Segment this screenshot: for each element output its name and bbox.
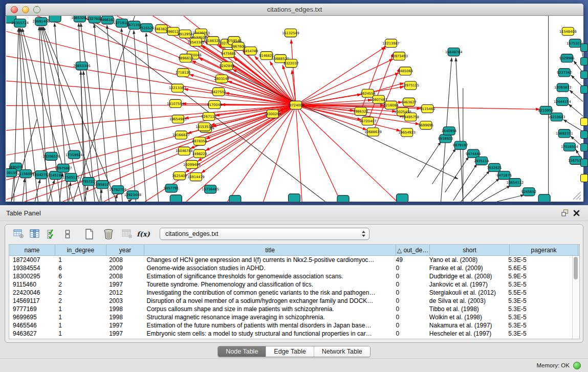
graph-node[interactable]: 7485063	[398, 67, 412, 75]
column-header[interactable]: year	[106, 245, 144, 255]
graph-node[interactable]: 16958107	[94, 181, 111, 189]
graph-node[interactable]	[397, 194, 408, 202]
graph-node[interactable]: 18543382	[187, 38, 205, 46]
graph-node[interactable]: 2718126	[176, 69, 190, 77]
graph-node[interactable]: 17016504	[561, 143, 578, 151]
graph-node[interactable]: 939159	[6, 168, 17, 177]
graph-node[interactable]: 20691406	[33, 17, 50, 26]
graph-node[interactable]: 9227342	[557, 69, 572, 77]
graph-node[interactable]: 6216064	[383, 101, 398, 109]
graph-node[interactable]	[170, 195, 182, 202]
memory-status-indicator[interactable]	[573, 362, 581, 369]
graph-node[interactable]: 16648784	[445, 48, 463, 56]
graph-node[interactable]: 16132549	[282, 29, 299, 37]
tab-network-table[interactable]: Network Table	[314, 346, 370, 357]
graph-node[interactable]: 18300295	[264, 110, 281, 118]
graph-node[interactable]: 9463627	[401, 98, 416, 106]
table-row[interactable]: 946554611997Estimation of the future num…	[9, 321, 573, 330]
graph-node[interactable]: 9857791	[164, 184, 179, 192]
graph-node[interactable]: 10973493	[390, 52, 408, 60]
graph-node[interactable]: 10807487	[370, 95, 387, 103]
graph-node[interactable]: 12213383	[169, 84, 186, 92]
graph-node[interactable]: 12042757	[33, 171, 50, 179]
table-row[interactable]: 1830029562008Estimation of significance …	[9, 272, 573, 280]
graph-node[interactable]: 9170044	[207, 100, 222, 108]
minimize-window-button[interactable]	[22, 6, 29, 13]
graph-node[interactable]: 6879197	[453, 141, 468, 149]
column-header[interactable]: name	[9, 245, 55, 255]
column-header[interactable]: short	[430, 245, 510, 255]
table-row[interactable]: 1938455462009Genome-wide association stu…	[9, 264, 573, 272]
graph-node[interactable]: 15716485	[202, 185, 219, 193]
graph-node[interactable]: 2935114	[474, 157, 489, 165]
table-row[interactable]: 946362711997Embryonic stem cells: a mode…	[9, 330, 573, 338]
graph-node[interactable]: 12444154	[554, 97, 571, 105]
graph-node[interactable]: 19166827	[172, 131, 190, 139]
tab-node-table[interactable]: Node Table	[218, 346, 266, 357]
graph-node[interactable]: 10975887	[55, 164, 72, 172]
graph-node[interactable]	[49, 16, 61, 22]
graph-node[interactable]: 17359924	[66, 150, 83, 159]
graph-node[interactable]: 10653287	[71, 16, 89, 22]
graph-node[interactable]: 9242845	[220, 62, 234, 70]
graph-node[interactable]: 9896613	[178, 54, 193, 62]
graph-node[interactable]: 1640954	[442, 127, 456, 135]
graph-node[interactable]: 8427552	[211, 87, 226, 96]
table-options-button[interactable]	[11, 227, 26, 240]
function-builder-button[interactable]: f(x)	[136, 227, 150, 240]
graph-node[interactable]: 11156889	[17, 169, 34, 178]
graph-node[interactable]: 12505135	[62, 173, 80, 182]
table-scrollbar-thumb[interactable]	[574, 257, 578, 279]
graph-node[interactable]: 8322037	[284, 59, 298, 68]
graph-node[interactable]	[229, 195, 241, 202]
graph-node[interactable]: 16046788	[176, 147, 193, 155]
graph-node[interactable]: 16720407	[359, 117, 377, 125]
graph-node[interactable]: 12923448	[124, 191, 141, 199]
graph-node[interactable]: 11548408	[559, 27, 577, 35]
close-window-button[interactable]	[11, 6, 18, 13]
graph-node[interactable]: 15692371	[556, 129, 573, 138]
graph-node[interactable]: 24355724	[11, 19, 29, 27]
column-chooser-button[interactable]	[28, 227, 42, 240]
graph-node[interactable]: 9267110	[201, 113, 216, 121]
graph-node[interactable]: 7515526	[139, 24, 154, 32]
graph-node[interactable]: 18107554	[167, 99, 184, 107]
graph-node[interactable]: 1498223	[192, 149, 207, 158]
column-header[interactable]: in_degree	[55, 245, 106, 255]
tab-edge-table[interactable]: Edge Table	[266, 346, 314, 357]
graph-node[interactable]: 9329966	[559, 54, 574, 62]
graph-node[interactable]: 8454749	[243, 47, 258, 55]
new-column-button[interactable]	[82, 227, 96, 240]
graph-node[interactable]: 12213987	[382, 39, 400, 47]
graph-node[interactable]: 8878354	[192, 137, 207, 145]
graph-node[interactable]: 19654985	[169, 115, 187, 123]
table-scrollbar[interactable]	[572, 256, 579, 339]
graph-node[interactable]: 8471876	[496, 171, 511, 180]
graph-node[interactable]: 16914479	[187, 173, 205, 181]
graph-node[interactable]: 18495758	[402, 113, 419, 121]
graph-node[interactable]: 19654923	[398, 128, 416, 137]
canvas-resize-handle[interactable]	[573, 192, 581, 200]
graph-node[interactable]: 20206576	[43, 152, 60, 160]
graph-node[interactable]: 20853346	[73, 62, 91, 70]
graph-node[interactable]: 12975115	[402, 81, 419, 90]
table-row[interactable]: 1872400712008Changes of HCN gene express…	[9, 256, 573, 264]
graph-node[interactable]: 7625402	[172, 172, 187, 180]
table-selector-dropdown[interactable]: citations_edges.txt	[160, 228, 369, 240]
zoom-window-button[interactable]	[33, 6, 40, 13]
graph-node[interactable]: 9115460	[420, 104, 435, 113]
table-row[interactable]: 977716911998Corpus callosum shape and si…	[9, 305, 573, 313]
graph-node[interactable]: 10654112	[506, 179, 524, 187]
graph-node[interactable]: 7632621	[487, 163, 502, 171]
graph-node[interactable]	[538, 194, 550, 202]
select-rows-button[interactable]	[44, 227, 58, 240]
network-window[interactable]: citations_edges.txt 24355724206914061065…	[5, 3, 584, 202]
graph-node-hub[interactable]: 18724007	[287, 101, 304, 109]
float-panel-icon[interactable]	[559, 208, 571, 218]
table-row[interactable]: 911546021997Tourette syndrome. Phenomeno…	[9, 280, 573, 289]
table-row[interactable]: 969969511998Structural magnetic resonanc…	[9, 313, 573, 321]
graph-node[interactable]	[288, 194, 300, 202]
column-header[interactable]: △ out_de…	[396, 245, 430, 255]
table-row[interactable]: 1456911722003Disruption of a novel membe…	[9, 297, 573, 305]
graph-node[interactable]	[337, 195, 349, 202]
